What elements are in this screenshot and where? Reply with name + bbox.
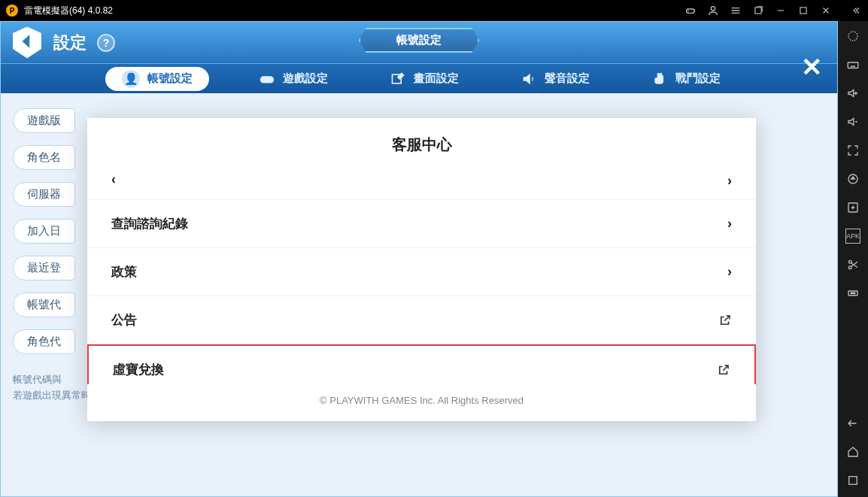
tab-battle[interactable]: 戰鬥設定 [639,68,733,90]
avatar-icon: 👤 [122,70,140,88]
game-header: 設定 ? 帳號設定 [1,22,837,63]
modal-item-inquiry[interactable]: 查詢諮詢紀錄 › [87,200,756,248]
title-bar-actions [684,5,862,17]
controller-icon [259,71,275,87]
modal-footer: © PLAYWITH GAMES Inc. All Rights Reserve… [87,384,756,421]
banner-label: 帳號設定 [359,28,479,53]
chevron-right-icon: › [727,264,732,280]
info-label: 加入日 [13,219,75,244]
svg-rect-5 [848,62,858,68]
chevron-right-icon: › [727,216,732,232]
info-label: 遊戲版 [13,108,75,133]
tab-display[interactable]: 畫面設定 [378,68,471,90]
svg-rect-3 [800,8,806,14]
external-link-icon [718,314,732,327]
minimize-icon[interactable] [775,5,787,17]
highlight-annotation: 虛寶兌換 [87,344,756,384]
nav-home-icon[interactable] [845,444,860,459]
add-window-icon[interactable] [845,200,860,215]
tab-label: 戰鬥設定 [675,71,721,86]
speaker-icon [520,71,537,87]
settings-gear-icon[interactable] [845,29,860,44]
window-close-icon[interactable] [820,5,832,17]
svg-rect-14 [849,477,857,485]
back-arrow-icon [17,32,37,54]
chevron-right-icon: › [727,173,732,189]
maximize-icon[interactable] [797,5,809,17]
tab-label: 聲音設定 [545,71,590,86]
emulator-title: 雷電模擬器(64) 4.0.82 [24,5,113,17]
support-modal: 客服中心 › › 查詢諮詢紀錄 › 政策 › 公告 虛寶兌換 [87,118,756,421]
edit-icon [390,71,406,87]
svg-point-1 [711,7,715,11]
modal-item-label: 公告 [111,311,137,329]
collapse-sidebar-icon[interactable] [850,5,862,17]
page-title: 設定 [53,32,86,54]
svg-point-13 [854,292,856,294]
tab-label: 帳號設定 [147,71,193,86]
chevron-left-icon: › [111,173,116,189]
modal-list: › › 查詢諮詢紀錄 › 政策 › 公告 虛寶兌換 [87,168,756,384]
close-button[interactable]: ✕ [797,52,827,82]
fist-icon [651,71,668,87]
modal-item-label: 虛寶兌換 [113,361,164,378]
scissors-icon[interactable] [845,257,860,272]
fullscreen-icon[interactable] [845,143,860,158]
tab-game[interactable]: 遊戲設定 [247,68,340,90]
keyboard-icon[interactable] [845,57,860,72]
volume-up-icon[interactable] [845,86,860,101]
info-label: 角色名 [13,145,75,170]
user-icon[interactable] [707,5,719,17]
gamepad-icon[interactable] [684,5,697,17]
tab-account[interactable]: 👤 帳號設定 [105,67,209,91]
modal-item-redeem[interactable]: 虛寶兌換 [89,346,754,384]
emulator-title-bar: P 雷電模擬器(64) 4.0.82 [0,0,868,21]
sync-icon[interactable] [845,171,860,186]
nav-recent-icon[interactable] [845,473,860,488]
svg-point-12 [852,292,854,294]
emulator-logo: P [6,5,18,17]
tab-label: 遊戲設定 [283,71,328,86]
external-link-icon [717,363,730,377]
svg-point-9 [848,266,851,269]
more-icon[interactable] [845,286,860,301]
modal-item-policy[interactable]: 政策 › [87,248,756,296]
svg-point-4 [848,32,857,41]
modal-item-label: 政策 [111,263,137,280]
apk-icon[interactable]: APK [845,229,860,244]
modal-title: 客服中心 [87,118,756,168]
game-viewport: 設定 ? 帳號設定 ✕ 👤 帳號設定 遊戲設定 畫面設定 聲音設定 戰鬥設定 [0,21,838,497]
emulator-sidebar: APK [838,21,868,497]
help-button[interactable]: ? [97,34,115,52]
info-label: 伺服器 [13,182,75,207]
modal-item-notice[interactable]: 公告 [87,296,756,344]
svg-rect-0 [687,9,695,13]
tab-label: 畫面設定 [414,71,459,86]
back-button[interactable] [11,27,43,59]
svg-rect-2 [755,8,761,14]
modal-item-label: 查詢諮詢紀錄 [111,215,188,232]
info-label: 帳號代 [13,292,75,317]
tab-sound[interactable]: 聲音設定 [508,68,602,90]
svg-point-11 [851,292,852,294]
menu-icon[interactable] [730,5,742,17]
header-banner: 帳號設定 [359,28,479,53]
modal-item-partial[interactable]: › › [87,168,756,200]
popout-icon[interactable] [752,5,764,17]
tab-bar: 👤 帳號設定 遊戲設定 畫面設定 聲音設定 戰鬥設定 [1,63,837,93]
info-label: 最近登 [13,256,75,280]
info-label: 角色代 [13,329,75,354]
volume-down-icon[interactable] [845,114,860,129]
nav-back-icon[interactable] [845,416,860,431]
svg-point-8 [848,260,851,263]
